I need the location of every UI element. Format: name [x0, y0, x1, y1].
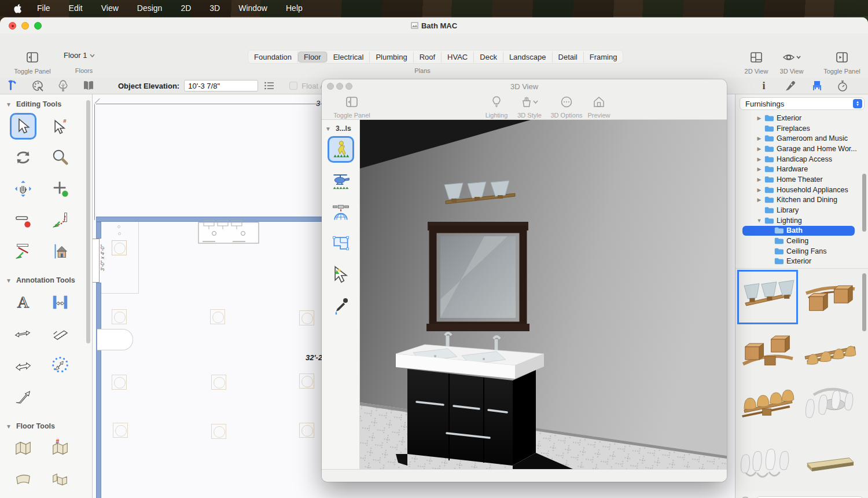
tab-select-tool[interactable]: #	[44, 111, 76, 142]
floor-tools-header[interactable]: ▼ Floor Tools	[6, 422, 92, 430]
menu-window[interactable]: Window	[238, 3, 267, 13]
tree-item-garage[interactable]: ▶ Garage and Home Wor...	[735, 144, 868, 154]
2d-view-button[interactable]: 2D View	[740, 51, 773, 75]
tree-item-handicap[interactable]: ▶ Handicap Access	[735, 154, 868, 164]
chamfer-lines-tool[interactable]	[7, 236, 39, 267]
text-tool[interactable]: A	[7, 287, 39, 318]
disclosure-icon[interactable]: ▶	[756, 187, 762, 193]
paint-palette-icon[interactable]	[31, 79, 44, 92]
tab-floor[interactable]: Floor	[298, 52, 328, 63]
tree-item-fireplaces[interactable]: Fireplaces	[735, 123, 868, 134]
apple-menu-icon[interactable]	[13, 3, 22, 13]
pan-tool[interactable]	[7, 173, 39, 204]
lighting-button[interactable]: Lighting	[481, 96, 512, 119]
elevation-list-icon[interactable]	[264, 81, 274, 90]
menu-file[interactable]: File	[37, 3, 50, 13]
place-point-tool[interactable]	[44, 173, 76, 204]
fixture-thumbnail-tan-shade-bar[interactable]	[737, 381, 798, 435]
fixture-thumbnail-chrome-vanity[interactable]	[737, 437, 798, 491]
minimize-button[interactable]	[336, 83, 343, 90]
insert-floor-tool[interactable]: #	[44, 433, 76, 464]
walkthrough-tool[interactable]	[322, 134, 360, 165]
wall-left-lower[interactable]	[96, 283, 101, 498]
close-button[interactable]	[327, 83, 334, 90]
end-to-end-dimension-tool[interactable]	[7, 318, 39, 349]
menu-3d[interactable]: 3D	[209, 3, 220, 13]
fixture-thumbnail-wood-cube-bar-reversed[interactable]	[737, 325, 798, 380]
tab-roof[interactable]: Roof	[414, 52, 442, 63]
flyover-tool[interactable]	[322, 165, 360, 196]
preview-button[interactable]: Preview	[583, 96, 615, 119]
menu-edit[interactable]: Edit	[69, 3, 83, 13]
swap-floor-tool[interactable]	[44, 464, 76, 495]
angular-dimension-tool[interactable]	[44, 318, 76, 349]
tab-foundation[interactable]: Foundation	[248, 52, 298, 63]
tree-item-hardware[interactable]: ▶ Hardware	[735, 164, 868, 174]
tab-hvac[interactable]: HVAC	[442, 52, 474, 63]
menu-view[interactable]: View	[101, 3, 119, 13]
tab-framing[interactable]: Framing	[584, 52, 623, 63]
toggle-panel-left-button[interactable]: Toggle Panel	[7, 51, 58, 75]
tree-scrollbar[interactable]	[862, 174, 866, 232]
point-to-point-dimension-tool[interactable]	[44, 349, 76, 380]
disclosure-icon[interactable]: ▶	[756, 166, 762, 172]
3d-tools-header[interactable]: ▼ 3...ls	[325, 124, 359, 133]
tree-item-exterior-lighting[interactable]: Exterior	[735, 257, 868, 267]
disclosure-icon[interactable]: ▶	[756, 115, 762, 121]
terrain-tree-icon[interactable]	[57, 79, 69, 92]
mirror[interactable]	[426, 222, 529, 331]
stopwatch-tab-icon[interactable]	[836, 79, 849, 92]
disclosure-icon[interactable]: ▶	[756, 197, 762, 203]
orbit-tool[interactable]	[322, 196, 360, 228]
3d-view-window[interactable]: 3D View Toggle Panel Lighting	[322, 79, 727, 482]
tree-item-gameroom[interactable]: ▶ Gameroom and Music	[735, 133, 868, 144]
door-panel[interactable]	[93, 239, 100, 283]
disclosure-icon[interactable]: ▼	[756, 218, 762, 224]
tab-detail[interactable]: Detail	[553, 52, 584, 63]
plan-view-tool[interactable]	[322, 228, 360, 259]
floor-selector[interactable]: Floor 1	[64, 51, 95, 60]
toggle-panel-right-button[interactable]: Toggle Panel	[817, 51, 867, 75]
3d-window-titlebar[interactable]: 3D View	[322, 79, 727, 93]
zoom-window-button[interactable]	[345, 83, 352, 90]
build-tools-icon[interactable]	[6, 79, 19, 92]
menu-2d[interactable]: 2D	[181, 3, 191, 13]
vanity-plan-symbol[interactable]	[198, 220, 260, 247]
eyedropper-tool[interactable]	[322, 290, 360, 321]
reference-display-tool[interactable]	[44, 236, 76, 267]
pen-tab-icon[interactable]	[784, 79, 797, 92]
rotate-tool[interactable]	[7, 142, 39, 173]
zoom-tool[interactable]	[44, 142, 76, 173]
object-elevation-input[interactable]	[184, 80, 258, 91]
editing-tools-header[interactable]: ▼ Editing Tools	[6, 100, 92, 108]
tree-item-kitchen-dining[interactable]: ▶ Kitchen and Dining	[735, 195, 868, 206]
fixture-thumbnail-linear-bar[interactable]	[799, 437, 860, 491]
delete-object-tool[interactable]	[7, 204, 39, 236]
results-scrollbar[interactable]	[862, 273, 866, 331]
info-tab-icon[interactable]: i	[757, 79, 770, 92]
3d-view-button[interactable]: 3D View	[775, 51, 808, 75]
select-arrow-tool[interactable]	[7, 111, 39, 142]
library-book-icon[interactable]	[82, 79, 95, 92]
tree-item-exterior[interactable]: ▶ Exterior	[735, 113, 868, 123]
library-category-select[interactable]: Furnishings ▲▼	[740, 97, 865, 110]
manual-dimension-tool[interactable]	[7, 349, 39, 380]
3d-viewport[interactable]	[360, 120, 727, 469]
fixture-thumbnail-wood-cube-bar[interactable]	[799, 270, 860, 324]
tab-landscape[interactable]: Landscape	[503, 52, 553, 63]
fixture-thumbnail-dome-bar[interactable]	[799, 325, 860, 380]
tree-item-ceiling-fans[interactable]: Ceiling Fans	[735, 246, 868, 257]
leader-line-tool[interactable]	[7, 380, 39, 412]
tree-item-lighting[interactable]: ▼ Lighting	[735, 215, 868, 226]
tree-item-ceiling[interactable]: Ceiling	[735, 236, 868, 246]
tab-plumbing[interactable]: Plumbing	[370, 52, 413, 63]
disclosure-icon[interactable]: ▶	[756, 136, 762, 141]
annotation-tools-header[interactable]: ▼ Annotation Tools	[6, 276, 92, 284]
menu-help[interactable]: Help	[286, 3, 303, 13]
menu-design[interactable]: Design	[137, 3, 163, 13]
reference-floor-tool[interactable]	[7, 464, 39, 495]
tree-item-library[interactable]: Library	[735, 205, 868, 215]
3d-style-button[interactable]: 3D Style	[514, 96, 545, 119]
build-new-floor-tool[interactable]	[7, 433, 39, 464]
palette-scrollbar[interactable]	[86, 100, 90, 343]
